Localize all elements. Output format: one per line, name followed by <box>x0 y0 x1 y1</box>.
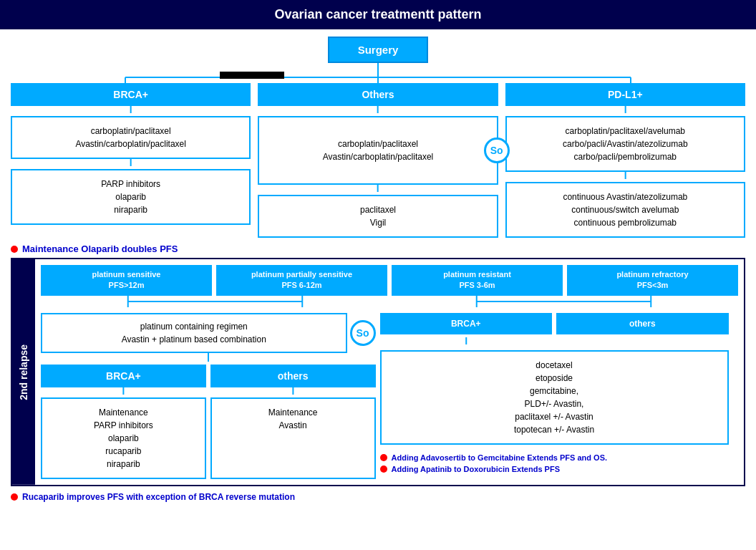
relapse-inner: platinum sensitive PFS>12m platinum part… <box>35 259 744 485</box>
note-olaparib: Maintenance Olaparib doubles PFS <box>11 243 745 254</box>
relapse-label: 2nd relapse <box>12 259 35 485</box>
main-content: Surgery <box>0 29 756 509</box>
note-1: Adding Adavosertib to Gemcitabine Extend… <box>380 453 729 462</box>
pdl1-box2: continuous Avastin/atezolizumab continuo… <box>505 182 745 238</box>
col-others: Others carboplatin/paclitaxel Avastin/ca… <box>258 83 498 238</box>
plat-contain-area: platinum containing regimen Avastin + pl… <box>41 313 376 353</box>
arrow-others1 <box>258 106 498 116</box>
others-box1: carboplatin/paclitaxel Avastin/carboplat… <box>258 116 498 185</box>
so-circle-top: So <box>484 138 510 163</box>
plat-sensitive: platinum sensitive PFS>12m <box>41 265 212 296</box>
top-flow: Surgery <box>11 37 745 254</box>
title-bar: Ovarian cancer treatmentt pattern <box>0 0 756 29</box>
right-brca-arrow <box>380 337 553 347</box>
pdl1-header: PD-L1+ <box>505 83 745 106</box>
lower-others-header: others <box>210 365 376 387</box>
right-upper-row: BRCA+ others <box>380 313 729 334</box>
relapse-section: 2nd relapse platinum sensitive PFS>12m p… <box>11 258 745 486</box>
right-others-header: others <box>556 313 729 334</box>
arrow-others2 <box>258 185 498 195</box>
so-circle-lower: So <box>350 320 376 346</box>
col-pdl1: PD-L1+ carboplatin/paclitaxel/avelumab c… <box>505 83 745 238</box>
notes-section: Adding Adavosertib to Gemcitabine Extend… <box>380 453 729 473</box>
others-header: Others <box>258 83 498 106</box>
lower-brca-header: BRCA+ <box>41 365 206 387</box>
arrow-brca1 <box>11 106 251 116</box>
plat-partial: platinum partially sensitive PFS 6-12m <box>216 265 387 296</box>
plat-contain-arrow <box>74 353 342 365</box>
lower-brca-content: Maintenance PARP inhibitors olaparib ruc… <box>41 397 206 479</box>
brca-box1: carboplatin/paclitaxel Avastin/carboplat… <box>11 116 251 159</box>
top-columns: BRCA+ carboplatin/paclitaxel Avastin/car… <box>11 83 745 238</box>
red-dot-2 <box>380 465 387 473</box>
plat-refractory: platinum refractory PFS<3m <box>567 265 738 296</box>
arrow-brca2 <box>11 159 251 169</box>
page-wrapper: Ovarian cancer treatmentt pattern Surger… <box>0 0 756 509</box>
left-lower: platinum containing regimen Avastin + pl… <box>41 313 376 479</box>
plat-arrows <box>41 296 738 310</box>
brca-box2: PARP inhibitors olaparib niraparib <box>11 169 251 225</box>
surgery-box: Surgery <box>328 37 429 63</box>
red-dot-bottom <box>11 493 18 501</box>
others-box2: paclitaxel Vigil <box>258 195 498 238</box>
brca-arrow <box>41 387 206 397</box>
plat-resistant: platinum resistant PFS 3-6m <box>392 265 563 296</box>
others-arrow <box>210 387 376 397</box>
right-brca-header: BRCA+ <box>380 313 553 334</box>
platinum-row: platinum sensitive PFS>12m platinum part… <box>41 265 738 296</box>
col-brca-plus: BRCA+ carboplatin/paclitaxel Avastin/car… <box>11 83 251 225</box>
arrow-pdl1-2 <box>505 172 745 182</box>
right-lower: BRCA+ others docetaxel etoposi <box>380 313 729 479</box>
note-2-text: Adding Apatinib to Doxorubicin Extends P… <box>392 465 560 473</box>
brca-content-row: Maintenance PARP inhibitors olaparib ruc… <box>41 397 376 479</box>
red-dot-olaparib <box>11 246 18 253</box>
pdl1-box1: carboplatin/paclitaxel/avelumab carbo/pa… <box>505 116 745 172</box>
red-dot-1 <box>380 454 387 461</box>
olaparib-text: Maintenance Olaparib doubles PFS <box>22 243 178 254</box>
right-content-box: docetaxel etoposide gemcitabine, PLD+/- … <box>380 350 729 445</box>
plat-contain-box: platinum containing regimen Avastin + pl… <box>41 313 347 353</box>
note-2: Adding Apatinib to Doxorubicin Extends P… <box>380 465 729 473</box>
note-1-text: Adding Adavosertib to Gemcitabine Extend… <box>392 453 608 462</box>
brca-plus-header: BRCA+ <box>11 83 251 106</box>
relapse-lower: platinum containing regimen Avastin + pl… <box>41 313 738 479</box>
page-title: Ovarian cancer treatmentt pattern <box>274 7 481 21</box>
brca-others-row: BRCA+ others <box>41 365 376 387</box>
lower-others-content: Maintenance Avastin <box>210 397 376 479</box>
bottom-note-text: Rucaparib improves PFS with exception of… <box>22 492 295 502</box>
arrow-pdl1-1 <box>505 106 745 116</box>
bottom-note: Rucaparib improves PFS with exception of… <box>11 492 745 502</box>
